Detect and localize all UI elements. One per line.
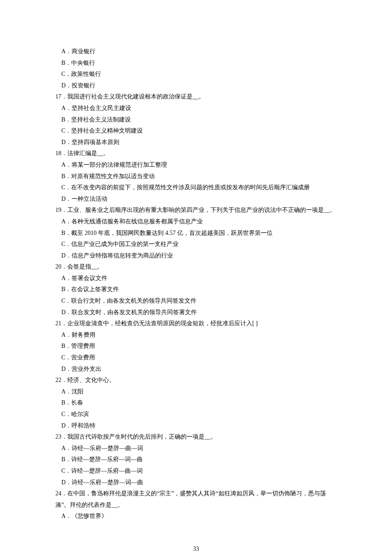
text-line: C．联合行文时，由各发文机关的领导共同签发文件 <box>55 295 337 307</box>
text-line: B．对原有规范性文件加以适当变动 <box>55 171 337 182</box>
text-line: B．诗经—楚辞—乐府—词—曲 <box>55 454 337 465</box>
text-line: A．诗经—乐府—楚辞—曲—词 <box>55 443 337 454</box>
text-line: A．签署会议文件 <box>55 273 337 284</box>
text-line: B．长春 <box>55 397 337 409</box>
text-line: D．呼和浩特 <box>55 420 337 432</box>
text-line: B．坚持社会主义法制建设 <box>55 114 337 126</box>
text-line: A．将某一部分的法律规范进行加工整理 <box>55 159 337 171</box>
text-line: 18．法律汇编是__。 <box>55 148 337 159</box>
text-line: 24．在中国，鲁迅称拜伦是浪漫主义的“宗主”，盛赞其人其诗“如狂涛如厉风，举一切… <box>55 488 337 511</box>
text-line: C．哈尔滨 <box>55 409 337 420</box>
text-line: A．《悲惨世界》 <box>55 511 337 522</box>
text-line: D．一种立法活动 <box>55 194 337 205</box>
text-line: A．坚持社会主义民主建设 <box>55 103 337 114</box>
text-line: 17．我国进行社会主义现代化建设根本的政治保证是__。 <box>55 91 337 103</box>
text-line: A．财务费用 <box>55 330 337 341</box>
text-line: D．坚持四项基本原则 <box>55 137 337 148</box>
document-body: A．商业银行B．中央银行C．政策性银行D．投资银行17．我国进行社会主义现代化建… <box>55 46 337 522</box>
page-number: 33 <box>55 543 337 555</box>
text-line: C．在不改变内容的前提下，按照规范性文件涉及问题的性质或按发布的时间先后顺序汇编… <box>55 182 337 194</box>
text-line: C．坚持社会主义精神文明建设 <box>55 125 337 137</box>
text-line: C．诗经—楚辞—乐府—曲—词 <box>55 465 337 477</box>
text-line: 23．我国古代诗歌按产生时代的先后排列，正确的一项是__。 <box>55 431 337 443</box>
text-line: A．各种无线通信服务和在线信息服务都属于信息产业 <box>55 216 337 228</box>
text-line: B．管理费用 <box>55 341 337 352</box>
text-line: C．政策性银行 <box>55 69 337 80</box>
text-line: D．诗经—乐府—楚辞—词—曲 <box>55 477 337 489</box>
text-line: B．截至 2010 年底，我国网民数量达到 4.57 亿，首次超越美国，跃居世界… <box>55 228 337 239</box>
text-line: B．在会议上签署文件 <box>55 284 337 295</box>
text-line: A．沈阳 <box>55 386 337 398</box>
text-line: D．投资银行 <box>55 80 337 92</box>
text-line: C．营业费用 <box>55 352 337 364</box>
text-line: 21．企业现金清查中，经检查仍无法查明原因的现金短款，经批准后应计入[ ] <box>55 318 337 330</box>
text-line: 22．经济、文化中心。 <box>55 375 337 386</box>
text-line: D．信息产业特指将信息转变为商品的行业 <box>55 250 337 262</box>
text-line: 19．工业、服务业之后顺序出现的有重大影响的第四产业，下列关于信息产业的说法中不… <box>55 205 337 216</box>
text-line: B．中央银行 <box>55 58 337 69</box>
text-line: C．信息产业已成为中国工业的第一支柱产业 <box>55 239 337 250</box>
text-line: D．联合发文时，由各发文机关的领导共同签署文件 <box>55 307 337 318</box>
text-line: D．营业外支出 <box>55 364 337 375</box>
text-line: 20．会签是指__。 <box>55 261 337 273</box>
text-line: A．商业银行 <box>55 46 337 58</box>
